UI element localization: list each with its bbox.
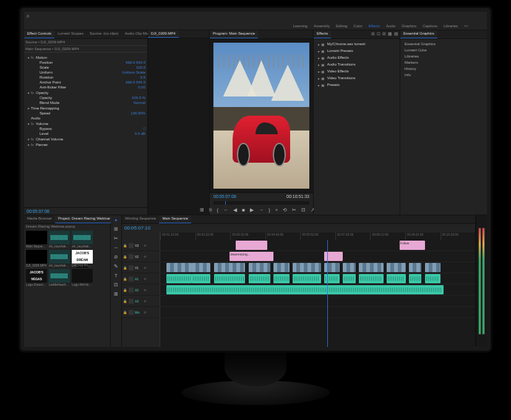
program-scrubber[interactable] xyxy=(213,201,309,205)
timeline-clip[interactable] xyxy=(359,263,384,272)
ec-property[interactable]: Opacity100.0 % xyxy=(26,95,145,100)
track-lane[interactable] xyxy=(160,296,475,307)
timeline-clip[interactable] xyxy=(214,263,246,272)
transport-button[interactable]: ■ xyxy=(242,207,245,213)
timeline-clip[interactable]: Follow xyxy=(400,241,425,250)
track-toggle[interactable] xyxy=(129,299,134,304)
timeline-tool[interactable]: ⊞ xyxy=(113,291,120,299)
ec-timecode[interactable]: 00:05:07:08 xyxy=(24,207,147,215)
fx-toggle-icon[interactable]: fx xyxy=(31,137,36,141)
timeline-playhead[interactable] xyxy=(327,240,328,347)
lock-icon[interactable]: 🔒 xyxy=(123,255,127,259)
ec-property[interactable]: ▸fxChannel Volume xyxy=(26,136,145,142)
track-toggle[interactable] xyxy=(129,243,134,248)
track-toggle[interactable] xyxy=(129,265,134,270)
transport-button[interactable]: ⎘ xyxy=(209,207,212,213)
timeline-timecode[interactable]: 00:05:07:10 xyxy=(124,225,150,231)
timeline-clip[interactable]: dreamracing... xyxy=(230,252,273,261)
workspace-tab-captions[interactable]: Captions xyxy=(423,24,437,28)
project-item[interactable]: sfx_keyshake... xyxy=(72,231,93,248)
timeline-clip[interactable] xyxy=(273,263,289,272)
ec-property[interactable]: Anti-flicker Filter0.00 xyxy=(26,85,145,90)
effects-folder[interactable]: ▸ ▣My/Chrome.aex lumetri xyxy=(316,41,398,48)
eye-icon[interactable]: 👁 xyxy=(144,311,148,314)
property-value[interactable]: 0.0 xyxy=(121,75,145,79)
timeline-clip[interactable] xyxy=(166,285,444,294)
panel-section[interactable]: History xyxy=(402,66,485,72)
timeline-clip[interactable] xyxy=(343,274,355,283)
effects-folder[interactable]: ▸ ▣Video Effects xyxy=(316,68,398,75)
eye-icon[interactable]: 👁 xyxy=(144,255,148,259)
project-item[interactable]: JACOB'S DREAM RACINGDREAM RACING xyxy=(72,250,93,267)
effects-tab[interactable]: Effects xyxy=(314,30,331,38)
timeline-clip[interactable] xyxy=(249,263,271,272)
lock-icon[interactable]: 🔒 xyxy=(123,266,127,270)
media-browser-tab[interactable]: Media Browser xyxy=(24,215,55,223)
graphics-tab[interactable]: Essential Graphics xyxy=(400,30,437,38)
project-item[interactable]: DJI_0209.MP4 xyxy=(26,250,47,267)
workspace-tab-libraries[interactable]: Libraries xyxy=(444,24,458,28)
program-viewer[interactable] xyxy=(210,39,313,192)
timeline-tool[interactable]: ↔ xyxy=(113,245,120,252)
transport-button[interactable]: ▶ xyxy=(250,207,254,213)
fx-toggle-icon[interactable]: fx xyxy=(31,143,36,147)
timeline-tool[interactable]: ✎ xyxy=(113,264,120,271)
effects-filter-icon[interactable]: ⊞ xyxy=(382,32,386,37)
timeline-tab-1[interactable]: Winding Sequence xyxy=(122,215,159,223)
timeline-clip[interactable] xyxy=(166,274,192,283)
track-lanes[interactable]: Followdreamracing... xyxy=(160,240,475,347)
project-item[interactable]: JACOB'S VEGASLogo-Dream Racing... xyxy=(26,269,47,286)
effects-folder[interactable]: ▸ ▣Video Transitions xyxy=(316,75,398,82)
ec-property[interactable]: Audio xyxy=(26,116,145,121)
track-toggle[interactable] xyxy=(129,310,134,315)
timeline-clip[interactable] xyxy=(425,263,440,272)
property-value[interactable]: Normal xyxy=(121,101,145,105)
panel-section[interactable]: Markers xyxy=(402,59,485,66)
timeline-clip[interactable] xyxy=(214,274,246,283)
timeline-clip[interactable] xyxy=(273,274,289,283)
property-value[interactable]: 960.0 540.0 xyxy=(121,61,145,64)
timeline-clip[interactable] xyxy=(293,263,321,272)
workspace-tab-editing[interactable]: Editing xyxy=(336,24,347,28)
track-toggle[interactable] xyxy=(129,288,134,293)
track-header[interactable]: 🔒V3👁 xyxy=(122,240,160,251)
track-header[interactable]: 🔒V1👁 xyxy=(122,262,160,273)
property-value[interactable]: 100.00% xyxy=(121,111,145,115)
transport-button[interactable]: ⊞ xyxy=(200,207,204,213)
lock-icon[interactable]: 🔒 xyxy=(123,299,127,303)
project-item[interactable]: Main Sequence xyxy=(26,231,47,248)
timeline-tab-2[interactable]: Main Sequence xyxy=(159,215,191,223)
track-lane[interactable] xyxy=(160,262,475,273)
transport-button[interactable]: } xyxy=(268,207,270,213)
timeline-clip[interactable] xyxy=(324,263,340,272)
ec-property[interactable]: UniformUniform Scale xyxy=(26,70,145,75)
workspace-tab-audio[interactable]: Audio xyxy=(386,24,395,28)
lock-icon[interactable]: 🔒 xyxy=(123,311,127,314)
track-lane[interactable]: dreamracing... xyxy=(160,251,475,262)
transport-button[interactable]: { xyxy=(217,207,219,213)
ec-tab[interactable]: Effect Controls xyxy=(24,30,54,38)
project-item[interactable]: sfx_keyshake... xyxy=(49,250,70,267)
lock-icon[interactable]: 🔒 xyxy=(123,277,127,281)
ec-property[interactable]: ▸fxVolume xyxy=(26,121,145,126)
project-item[interactable]: LetMeHearItAll_... xyxy=(49,269,70,286)
program-tab[interactable]: Program: Main Sequence xyxy=(210,30,258,38)
transport-button[interactable]: → xyxy=(259,207,264,213)
ec-property[interactable]: ▸fxPanner xyxy=(26,142,145,147)
property-value[interactable]: 960.0 540.0 xyxy=(121,80,145,84)
transport-button[interactable]: ⊡ xyxy=(301,207,306,213)
timeline-clip[interactable] xyxy=(387,274,406,283)
effects-filter-icon[interactable]: ▦ xyxy=(388,32,392,37)
timeline-clip[interactable] xyxy=(293,274,321,283)
track-header[interactable]: 🔒Mix👁 xyxy=(122,307,160,318)
effects-folder[interactable]: ▸ ▣Lumetri Presets xyxy=(316,48,398,54)
ec-property[interactable]: Level0.0 dB xyxy=(26,131,145,136)
timeline-clip[interactable] xyxy=(343,263,355,272)
eye-icon[interactable]: 👁 xyxy=(144,288,148,292)
ec-property[interactable]: Blend ModeNormal xyxy=(26,100,145,105)
workspace-tab-effects[interactable]: Effects xyxy=(369,24,380,28)
timeline-tool[interactable]: ⊘ xyxy=(113,254,120,262)
workspace-tab-assembly[interactable]: Assembly xyxy=(314,24,330,28)
ec-property[interactable]: Scale100.0 xyxy=(26,65,145,70)
track-toggle[interactable] xyxy=(129,254,134,259)
